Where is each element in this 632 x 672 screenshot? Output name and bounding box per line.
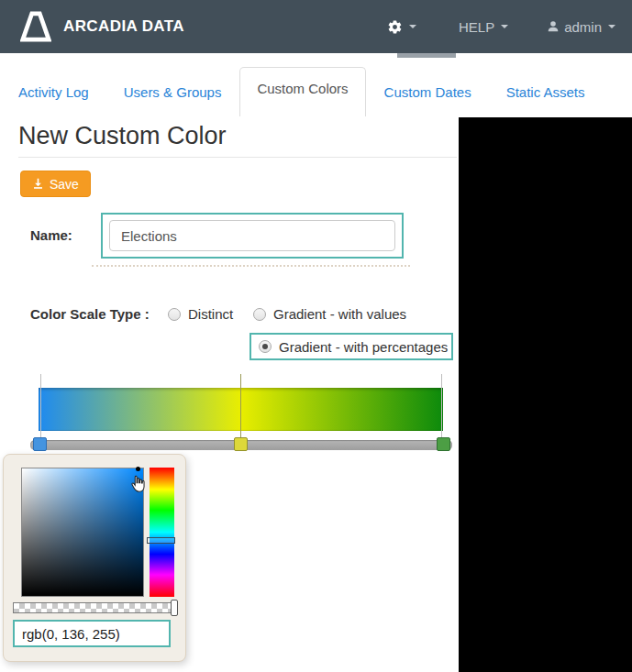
blacked-out-region <box>459 117 632 672</box>
radio-option-gradient-percentages-highlight: Gradient - with percentages <box>249 333 453 360</box>
title-divider <box>18 157 457 158</box>
app-window: ARCADIA DATA HELP admin Activi <box>0 0 632 672</box>
saturation-square[interactable] <box>21 468 144 597</box>
navbar-actions: HELP admin <box>387 19 615 35</box>
name-field-highlight <box>101 213 404 259</box>
hue-slider[interactable] <box>150 468 174 597</box>
download-icon <box>32 178 44 190</box>
chevron-down-icon <box>409 25 416 28</box>
settings-menu[interactable] <box>387 19 416 35</box>
hue-slider-indicator[interactable] <box>147 537 175 544</box>
tab-activity-log[interactable]: Activity Log <box>18 72 89 113</box>
name-input[interactable] <box>109 220 395 251</box>
radio-option-distinct[interactable]: Distinct <box>168 306 233 322</box>
name-label: Name: <box>30 227 72 243</box>
gradient-tick-left <box>40 374 41 439</box>
help-label: HELP <box>459 19 494 35</box>
arcadia-logo-icon <box>20 10 51 43</box>
radio-icon[interactable] <box>259 340 272 353</box>
alpha-slider[interactable] <box>13 602 177 613</box>
save-button[interactable]: Save <box>20 171 91 197</box>
user-icon <box>547 20 560 33</box>
rgb-field-highlight <box>13 620 171 647</box>
tab-custom-colors[interactable]: Custom Colors <box>239 67 365 116</box>
radio-label: Gradient - with values <box>273 306 406 322</box>
page-title: New Custom Color <box>18 122 227 150</box>
radio-option-gradient-percentages[interactable]: Gradient - with percentages <box>259 339 448 355</box>
user-label: admin <box>564 19 602 35</box>
radio-option-gradient-values[interactable]: Gradient - with values <box>253 306 406 322</box>
top-navbar: ARCADIA DATA HELP admin <box>0 0 632 53</box>
save-button-label: Save <box>50 177 79 192</box>
rgb-input[interactable] <box>16 622 168 644</box>
admin-tabs: Activity Log Users & Groups Custom Color… <box>18 67 585 116</box>
color-scale-type-label: Color Scale Type : <box>30 306 150 322</box>
gear-icon <box>387 19 403 35</box>
gradient-handle-blue[interactable] <box>33 437 47 451</box>
chevron-down-icon <box>501 25 508 28</box>
settings-menu-indicator <box>397 53 456 58</box>
radio-icon[interactable] <box>168 308 181 321</box>
tab-static-assets[interactable]: Static Assets <box>506 72 585 113</box>
user-menu[interactable]: admin <box>547 19 615 35</box>
radio-label: Distinct <box>188 306 233 322</box>
gradient-handle-yellow[interactable] <box>234 437 248 451</box>
help-menu[interactable]: HELP <box>459 19 508 35</box>
radio-label: Gradient - with percentages <box>279 339 448 355</box>
saturation-marker-dot[interactable] <box>136 467 140 471</box>
section-dotted-divider <box>92 265 410 267</box>
color-picker-popup <box>3 454 186 662</box>
gradient-handle-green[interactable] <box>437 437 450 451</box>
brand-title: ARCADIA DATA <box>63 17 184 36</box>
gradient-tick-middle <box>240 374 241 439</box>
gradient-tick-right <box>441 374 442 439</box>
tab-users-groups[interactable]: Users & Groups <box>124 72 222 113</box>
chevron-down-icon <box>608 25 615 28</box>
hand-cursor-icon <box>128 474 148 494</box>
tab-custom-dates[interactable]: Custom Dates <box>384 72 471 113</box>
alpha-slider-handle[interactable] <box>171 600 178 616</box>
radio-icon[interactable] <box>253 308 266 321</box>
